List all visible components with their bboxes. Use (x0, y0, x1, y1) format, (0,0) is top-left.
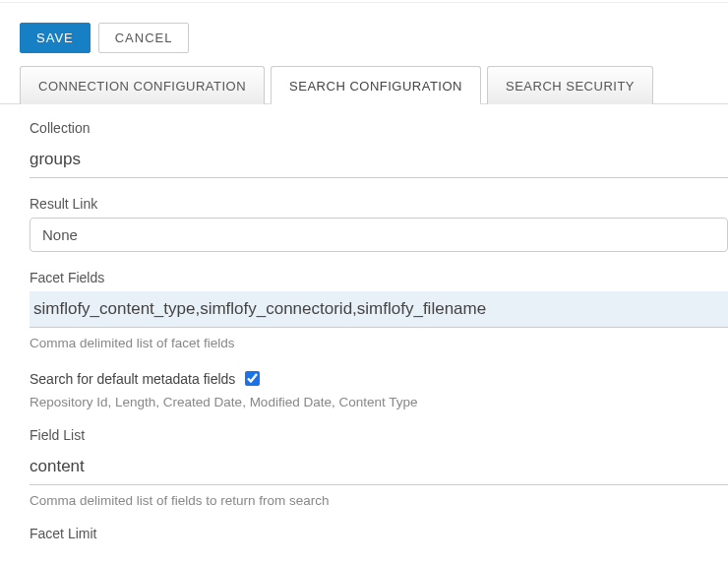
facet-fields-input[interactable] (30, 291, 728, 328)
tab-search-security[interactable]: SEARCH SECURITY (487, 66, 653, 104)
facet-fields-label: Facet Fields (30, 270, 728, 285)
result-link-select[interactable]: None (30, 218, 728, 252)
default-metadata-label: Search for default metadata fields (30, 371, 235, 387)
save-button[interactable]: SAVE (20, 23, 91, 53)
collection-input[interactable] (30, 142, 728, 178)
collection-label: Collection (30, 120, 728, 136)
result-link-label: Result Link (30, 196, 728, 212)
field-list-group: Field List Comma delimited list of field… (30, 427, 728, 508)
facet-limit-label: Facet Limit (30, 526, 728, 541)
form-area: Collection Result Link None Facet Fields… (0, 104, 728, 541)
default-metadata-help: Repository Id, Length, Created Date, Mod… (30, 395, 728, 409)
field-list-label: Field List (30, 427, 728, 443)
field-list-help: Comma delimited list of fields to return… (30, 493, 728, 508)
result-link-group: Result Link None (30, 196, 728, 252)
default-metadata-group: Search for default metadata fields Repos… (30, 368, 728, 409)
cancel-button[interactable]: CANCEL (98, 23, 190, 53)
tab-bar: CONNECTION CONFIGURATION SEARCH CONFIGUR… (0, 65, 728, 104)
tab-connection-configuration[interactable]: CONNECTION CONFIGURATION (20, 66, 265, 104)
collection-group: Collection (30, 120, 728, 178)
action-bar: SAVE CANCEL (0, 2, 728, 65)
tab-search-configuration[interactable]: SEARCH CONFIGURATION (271, 66, 481, 104)
facet-fields-help: Comma delimited list of facet fields (30, 336, 728, 350)
facet-fields-group: Facet Fields Comma delimited list of fac… (30, 270, 728, 350)
field-list-input[interactable] (30, 449, 728, 485)
facet-limit-group: Facet Limit (30, 526, 728, 541)
default-metadata-checkbox[interactable] (245, 371, 260, 386)
